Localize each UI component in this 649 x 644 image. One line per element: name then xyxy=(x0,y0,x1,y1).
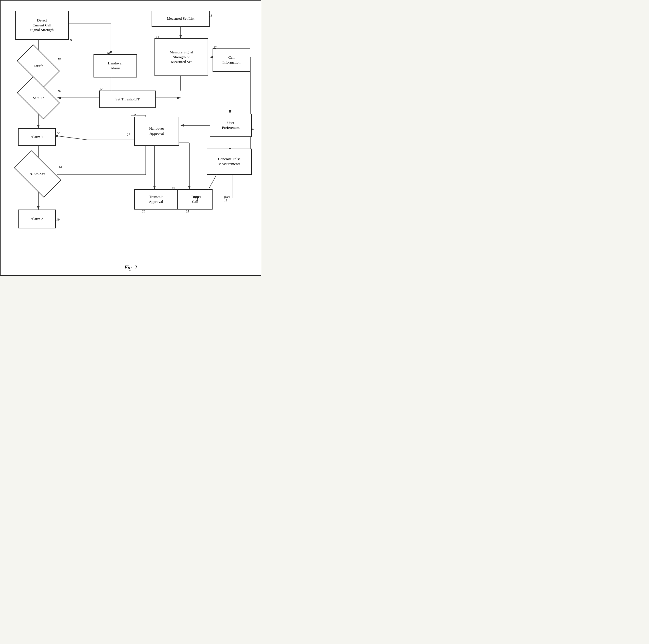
node-sc-lt-t: Sc < T? xyxy=(19,86,57,109)
ref-23: 23 xyxy=(134,113,137,117)
ref-13: 13 xyxy=(209,14,212,17)
from-13: from13 xyxy=(224,195,230,202)
ref-15: 15 xyxy=(57,57,61,61)
ref-17: 17 xyxy=(56,131,59,135)
from-11: from11 xyxy=(195,195,201,202)
ref-14: 14 xyxy=(99,88,102,91)
node-user-preferences: User Preferences xyxy=(210,114,252,137)
node-sc-gt-t: Sc >T+ΔT? xyxy=(16,162,59,186)
node-detect-cell: Detect Current Cell Signal Strength xyxy=(15,11,69,40)
ref-27: 27 xyxy=(127,133,130,136)
ref-25: 25 xyxy=(186,210,189,213)
ref-19: 19 xyxy=(56,218,59,221)
diagram-container: Detect Current Cell Signal Strength 11 M… xyxy=(0,0,261,276)
node-handover-alarm: Handover Alarm xyxy=(93,54,137,78)
node-measured-set-list: Measured Set List xyxy=(152,11,210,27)
node-set-threshold: Set Threshold T xyxy=(99,91,156,108)
node-tariff: Tariff? xyxy=(19,54,57,78)
ref-22: 22 xyxy=(213,46,217,49)
ref-28: 28 xyxy=(172,186,175,190)
ref-12: 12 xyxy=(156,35,159,39)
node-alarm1: Alarm 1 xyxy=(18,128,56,146)
ref-11: 11 xyxy=(70,38,72,42)
ref-20: 20 xyxy=(106,51,110,55)
ref-26: 26 xyxy=(142,210,145,213)
node-handover-approval: Handover Approval xyxy=(134,117,179,146)
node-call-information: Call Information xyxy=(213,48,250,72)
ref-21: 21 xyxy=(252,127,255,130)
node-transmit-approval: Transmit Approval xyxy=(134,189,178,210)
node-generate-false: Generate False Measurements xyxy=(207,149,252,175)
ref-16: 16 xyxy=(57,89,61,93)
node-measure-signal: Measure Signal Strength of Measured Set xyxy=(155,38,208,76)
node-alarm2: Alarm 2 xyxy=(18,210,56,228)
fig-label: Fig. 2 xyxy=(125,265,137,271)
svg-line-20 xyxy=(54,136,88,140)
ref-18: 18 xyxy=(59,166,62,169)
